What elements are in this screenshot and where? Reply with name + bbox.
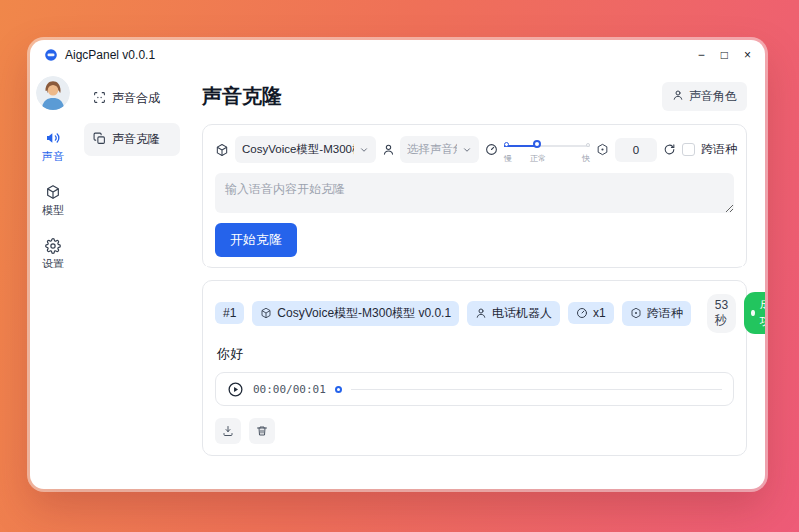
slider-start-dot [504, 142, 509, 147]
model-cube-icon [260, 307, 272, 319]
model-select-value: CosyVoice模型-M300模型 v0.0.1 [242, 142, 354, 157]
submenu-item-label: 声音合成 [112, 90, 160, 107]
clone-text-input[interactable] [215, 173, 734, 213]
play-button[interactable] [227, 381, 244, 398]
window-controls: − □ × [698, 49, 751, 61]
player-seek-handle[interactable] [335, 386, 342, 393]
model-select[interactable]: CosyVoice模型-M300模型 v0.0.1 [235, 136, 376, 163]
submenu-item-label: 声音克隆 [112, 131, 160, 148]
speed-label-normal: 正常 [530, 153, 546, 164]
result-model-badge: CosyVoice模型-M300模型 v0.0.1 [252, 301, 459, 326]
sidebar-item-model[interactable]: 模型 [42, 184, 64, 218]
clone-copy-icon [93, 132, 106, 148]
speaker-icon [45, 130, 61, 146]
player-progress-track[interactable] [351, 389, 722, 390]
status-label: 成功 [760, 296, 765, 330]
app-window: AigcPanel v0.0.1 − □ × 声音 模型 [30, 40, 765, 489]
person-icon [475, 307, 487, 319]
voice-role-label: 声音角色 [689, 88, 737, 105]
sidebar-item-label: 模型 [42, 203, 64, 218]
slider-labels: 慢 正常 快 [504, 153, 590, 163]
result-index-badge: #1 [215, 302, 244, 324]
speed-label-fast: 快 [582, 153, 590, 164]
result-cross-lingual-badge: 跨语种 [622, 301, 691, 326]
minimize-button[interactable]: − [698, 49, 705, 61]
close-button[interactable]: × [744, 49, 751, 61]
sidebar-item-voice[interactable]: 声音 [42, 130, 64, 164]
cross-lingual-label: 跨语种 [701, 141, 737, 158]
speed-label-slow: 慢 [504, 153, 512, 164]
result-speed-badge: x1 [568, 302, 614, 324]
titlebar: AigcPanel v0.0.1 − □ × [30, 40, 765, 70]
cross-lingual-checkbox[interactable] [682, 143, 695, 156]
duration-badge: 53秒 [707, 294, 736, 333]
main-content: 声音克隆 声音角色 CosyVoice模型-M300模型 v0.0.1 [188, 70, 765, 489]
result-model-label: CosyVoice模型-M300模型 v0.0.1 [277, 305, 451, 322]
speedometer-icon [485, 143, 498, 156]
voice-role-select-placeholder: 选择声音角色 [407, 142, 457, 157]
result-speed-label: x1 [593, 306, 606, 320]
slider-handle[interactable] [533, 140, 541, 148]
app-logo-icon [44, 48, 58, 62]
slider-end-dot [586, 143, 590, 147]
icon-sidebar: 声音 模型 设置 [30, 70, 76, 489]
speed-slider[interactable]: 慢 正常 快 [504, 137, 590, 163]
result-card: #1 CosyVoice模型-M300模型 v0.0.1 电话机器人 x1 [202, 280, 747, 456]
submenu-item-voice-clone[interactable]: 声音克隆 [84, 123, 180, 156]
chevron-down-icon [359, 145, 369, 155]
window-title: AigcPanel v0.0.1 [65, 48, 155, 62]
person-icon [382, 143, 395, 156]
refresh-icon[interactable] [663, 143, 676, 156]
result-text: 你好 [217, 345, 732, 363]
audio-player: 00:00/00:01 [215, 372, 734, 406]
status-dot [751, 310, 755, 316]
status-badge: 成功 [744, 292, 765, 334]
person-icon [672, 89, 684, 104]
result-voice-badge: 电话机器人 [467, 301, 560, 326]
submenu-item-voice-synthesis[interactable]: 声音合成 [84, 82, 180, 115]
voice-role-select[interactable]: 选择声音角色 [400, 136, 479, 163]
gear-icon [45, 238, 61, 254]
model-cube-icon [215, 143, 229, 157]
seed-icon [596, 143, 609, 156]
seed-input[interactable] [615, 138, 657, 162]
delete-button[interactable] [249, 418, 275, 444]
result-cross-lingual-label: 跨语种 [647, 305, 683, 322]
speedometer-icon [576, 307, 588, 319]
secondary-sidebar: 声音合成 声音克隆 [76, 70, 188, 489]
clone-form-card: CosyVoice模型-M300模型 v0.0.1 选择声音角色 [202, 124, 747, 268]
model-cube-icon [45, 184, 61, 200]
player-time: 00:00/00:01 [253, 383, 326, 396]
voice-role-button[interactable]: 声音角色 [662, 82, 747, 111]
maximize-button[interactable]: □ [721, 49, 728, 61]
start-clone-button[interactable]: 开始克隆 [215, 223, 297, 257]
trash-icon [256, 425, 268, 437]
page-title: 声音克隆 [202, 83, 282, 110]
download-icon [222, 425, 234, 437]
seed-icon [630, 307, 642, 319]
sidebar-item-settings[interactable]: 设置 [42, 238, 64, 271]
result-voice-label: 电话机器人 [492, 305, 552, 322]
avatar[interactable] [36, 76, 70, 110]
sidebar-item-label: 设置 [42, 257, 64, 271]
download-button[interactable] [215, 418, 241, 444]
chevron-down-icon [462, 145, 472, 155]
sidebar-item-label: 声音 [42, 149, 64, 164]
scan-icon [93, 91, 106, 107]
